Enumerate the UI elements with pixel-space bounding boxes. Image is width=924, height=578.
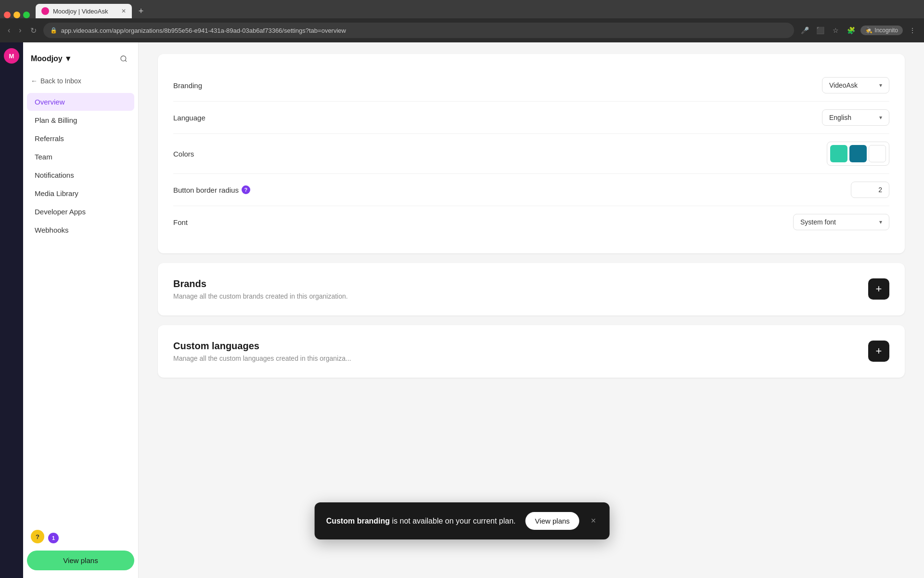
custom-languages-card: Custom languages Manage all the custom l… (158, 325, 905, 378)
view-plans-button[interactable]: View plans (27, 551, 134, 570)
tab-favicon (41, 7, 49, 15)
new-tab-button[interactable]: + (134, 4, 148, 18)
border-radius-control (851, 182, 889, 198)
sidebar-item-overview[interactable]: Overview (27, 93, 134, 111)
traffic-lights (4, 12, 30, 18)
notification-badge: 1 (48, 533, 59, 543)
app-container: M Moodjoy ▼ ← Back to Inbox OverviewPlan… (0, 42, 924, 578)
add-language-icon: + (876, 345, 882, 357)
close-traffic-light[interactable] (4, 12, 11, 18)
sidebar-bottom: View plans (23, 543, 138, 578)
add-brand-button[interactable]: + (868, 278, 889, 300)
cast-icon[interactable]: ⬛ (814, 25, 826, 36)
tab-close-button[interactable]: ✕ (121, 8, 126, 14)
add-brand-icon: + (876, 283, 882, 295)
branding-row: Branding VideoAsk ▾ (173, 69, 889, 102)
bookmark-icon[interactable]: ☆ (830, 25, 841, 36)
view-plans-label: View plans (63, 556, 98, 565)
incognito-icon: 🕵 (865, 27, 873, 34)
org-chevron-icon: ▼ (64, 54, 72, 63)
branding-label: Branding (173, 81, 202, 90)
toast-view-plans-label: View plans (535, 517, 570, 525)
back-to-inbox-label: Back to Inbox (40, 77, 81, 85)
sidebar-item-webhooks[interactable]: Webhooks (27, 221, 134, 239)
sidebar-item-team[interactable]: Team (27, 148, 134, 166)
colors-label: Colors (173, 150, 194, 158)
sidebar-item-referrals[interactable]: Referrals (27, 130, 134, 147)
colors-control (827, 142, 889, 166)
font-label: Font (173, 218, 188, 226)
color-swatch-white[interactable] (869, 145, 886, 162)
refresh-button[interactable]: ↻ (28, 24, 38, 37)
tab-title: Moodjoy | VideoAsk (53, 8, 108, 15)
brands-info: Brands Manage all the custom brands crea… (173, 278, 348, 300)
custom-languages-header: Custom languages Manage all the custom l… (173, 341, 889, 362)
search-button[interactable] (117, 52, 130, 66)
browser-tabs: Moodjoy | VideoAsk ✕ + (0, 0, 924, 18)
toast-text: Custom branding is not available on your… (326, 517, 516, 525)
org-avatar: M (4, 48, 19, 64)
incognito-indicator: 🕵 Incognito (860, 26, 903, 35)
language-label: Language (173, 114, 205, 122)
colors-row: Colors (173, 134, 889, 174)
back-arrow-icon: ← (31, 77, 38, 85)
branding-chevron-icon: ▾ (879, 82, 882, 89)
font-chevron-icon: ▾ (879, 219, 882, 225)
language-chevron-icon: ▾ (879, 114, 882, 121)
active-tab[interactable]: Moodjoy | VideoAsk ✕ (36, 4, 132, 18)
settings-card: Branding VideoAsk ▾ Language English ▾ (158, 54, 905, 253)
browser-toolbar: ‹ › ↻ 🔒 app.videoask.com/app/organizatio… (0, 18, 924, 42)
browser-chrome: Moodjoy | VideoAsk ✕ + ‹ › ↻ 🔒 app.video… (0, 0, 924, 42)
sidebar-item-developer-apps[interactable]: Developer Apps (27, 203, 134, 221)
sidebar-header: Moodjoy ▼ (23, 48, 138, 73)
toast-text-bold: Custom branding (326, 517, 390, 525)
color-swatch-teal-green[interactable] (830, 145, 847, 162)
branding-dropdown[interactable]: VideoAsk ▾ (822, 77, 889, 93)
toast-text-regular: is not available on your current plan. (390, 517, 515, 525)
nav-items: OverviewPlan & BillingReferralsTeamNotif… (23, 92, 138, 239)
extensions-icon[interactable]: 🧩 (845, 25, 857, 36)
add-language-button[interactable]: + (868, 341, 889, 362)
help-icon: ? (36, 533, 39, 540)
border-radius-input[interactable] (851, 182, 889, 198)
org-name[interactable]: Moodjoy ▼ (31, 54, 72, 63)
border-radius-row: Button border radius ? (173, 174, 889, 206)
language-value: English (829, 114, 851, 121)
language-row: Language English ▾ (173, 102, 889, 134)
incognito-label: Incognito (874, 27, 898, 34)
microphone-icon[interactable]: 🎤 (799, 25, 810, 36)
sidebar-item-plan-billing[interactable]: Plan & Billing (27, 111, 134, 129)
custom-languages-title: Custom languages (173, 341, 351, 352)
toast-view-plans-button[interactable]: View plans (526, 512, 579, 530)
color-swatches (827, 142, 889, 166)
font-control: System font ▾ (793, 214, 889, 230)
language-dropdown[interactable]: English ▾ (822, 109, 889, 126)
color-swatch-dark-teal[interactable] (849, 145, 867, 162)
sidebar-item-notifications[interactable]: Notifications (27, 166, 134, 184)
notification-count: 1 (52, 535, 55, 541)
fullscreen-traffic-light[interactable] (23, 12, 30, 18)
back-to-inbox-link[interactable]: ← Back to Inbox (23, 73, 138, 89)
more-options-icon[interactable]: ⋮ (907, 25, 918, 36)
branding-value: VideoAsk (829, 81, 858, 89)
toast-close-button[interactable]: × (589, 514, 598, 528)
address-bar[interactable]: 🔒 app.videoask.com/app/organizations/8b9… (43, 23, 795, 38)
brands-subtitle: Manage all the custom brands created in … (173, 292, 348, 300)
font-value: System font (800, 218, 836, 226)
browser-actions: 🎤 ⬛ ☆ 🧩 🕵 Incognito ⋮ (799, 25, 918, 36)
help-circle-icon[interactable]: ? (242, 185, 250, 194)
forward-button[interactable]: › (17, 24, 23, 37)
main-content: Branding VideoAsk ▾ Language English ▾ (139, 42, 924, 578)
font-dropdown[interactable]: System font ▾ (793, 214, 889, 230)
font-row: Font System font ▾ (173, 206, 889, 238)
help-button[interactable]: ? (31, 530, 44, 543)
custom-languages-info: Custom languages Manage all the custom l… (173, 341, 351, 362)
custom-languages-subtitle: Manage all the custom languages created … (173, 355, 351, 362)
minimize-traffic-light[interactable] (13, 12, 20, 18)
language-control: English ▾ (822, 109, 889, 126)
sidebar-item-media-library[interactable]: Media Library (27, 184, 134, 202)
brands-card: Brands Manage all the custom brands crea… (158, 263, 905, 315)
back-button[interactable]: ‹ (6, 24, 12, 37)
toast-close-icon: × (591, 516, 596, 525)
toast-notification: Custom branding is not available on your… (315, 502, 610, 539)
